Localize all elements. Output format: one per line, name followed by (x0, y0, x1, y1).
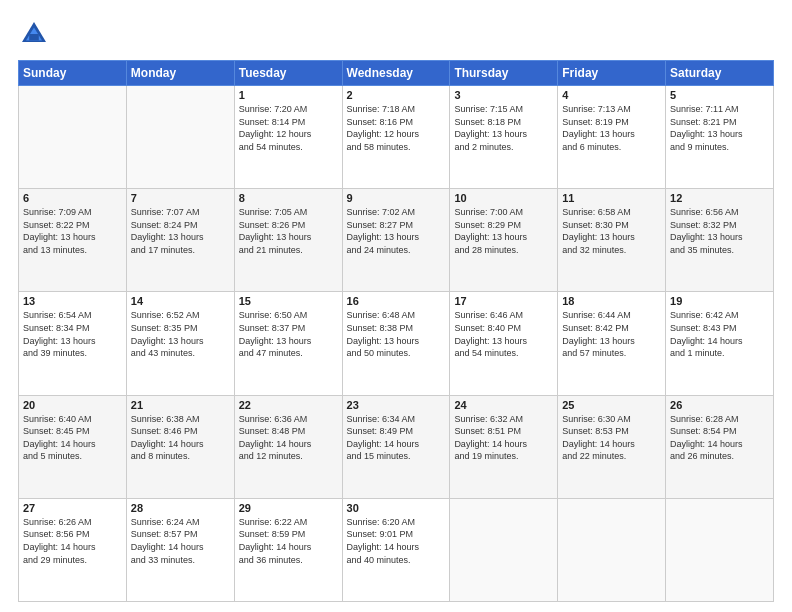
calendar-cell: 14Sunrise: 6:52 AM Sunset: 8:35 PM Dayli… (126, 292, 234, 395)
calendar-cell: 17Sunrise: 6:46 AM Sunset: 8:40 PM Dayli… (450, 292, 558, 395)
day-info: Sunrise: 6:54 AM Sunset: 8:34 PM Dayligh… (23, 309, 122, 359)
day-info: Sunrise: 6:26 AM Sunset: 8:56 PM Dayligh… (23, 516, 122, 566)
week-row-5: 27Sunrise: 6:26 AM Sunset: 8:56 PM Dayli… (19, 498, 774, 601)
day-number: 15 (239, 295, 338, 307)
day-info: Sunrise: 6:58 AM Sunset: 8:30 PM Dayligh… (562, 206, 661, 256)
day-info: Sunrise: 7:13 AM Sunset: 8:19 PM Dayligh… (562, 103, 661, 153)
week-row-3: 13Sunrise: 6:54 AM Sunset: 8:34 PM Dayli… (19, 292, 774, 395)
day-number: 4 (562, 89, 661, 101)
day-number: 8 (239, 192, 338, 204)
day-info: Sunrise: 7:20 AM Sunset: 8:14 PM Dayligh… (239, 103, 338, 153)
day-number: 16 (347, 295, 446, 307)
day-info: Sunrise: 6:50 AM Sunset: 8:37 PM Dayligh… (239, 309, 338, 359)
day-number: 2 (347, 89, 446, 101)
day-info: Sunrise: 6:32 AM Sunset: 8:51 PM Dayligh… (454, 413, 553, 463)
day-number: 29 (239, 502, 338, 514)
day-info: Sunrise: 6:20 AM Sunset: 9:01 PM Dayligh… (347, 516, 446, 566)
day-info: Sunrise: 7:00 AM Sunset: 8:29 PM Dayligh… (454, 206, 553, 256)
day-info: Sunrise: 6:40 AM Sunset: 8:45 PM Dayligh… (23, 413, 122, 463)
day-number: 22 (239, 399, 338, 411)
day-number: 5 (670, 89, 769, 101)
calendar-cell: 1Sunrise: 7:20 AM Sunset: 8:14 PM Daylig… (234, 86, 342, 189)
day-number: 23 (347, 399, 446, 411)
calendar-cell (666, 498, 774, 601)
day-number: 9 (347, 192, 446, 204)
calendar-cell: 24Sunrise: 6:32 AM Sunset: 8:51 PM Dayli… (450, 395, 558, 498)
day-number: 25 (562, 399, 661, 411)
day-info: Sunrise: 6:24 AM Sunset: 8:57 PM Dayligh… (131, 516, 230, 566)
day-info: Sunrise: 7:05 AM Sunset: 8:26 PM Dayligh… (239, 206, 338, 256)
header-row: SundayMondayTuesdayWednesdayThursdayFrid… (19, 61, 774, 86)
day-number: 24 (454, 399, 553, 411)
column-header-sunday: Sunday (19, 61, 127, 86)
calendar-cell: 16Sunrise: 6:48 AM Sunset: 8:38 PM Dayli… (342, 292, 450, 395)
calendar-cell (558, 498, 666, 601)
day-number: 14 (131, 295, 230, 307)
calendar-cell: 9Sunrise: 7:02 AM Sunset: 8:27 PM Daylig… (342, 189, 450, 292)
calendar-cell: 5Sunrise: 7:11 AM Sunset: 8:21 PM Daylig… (666, 86, 774, 189)
calendar-cell: 29Sunrise: 6:22 AM Sunset: 8:59 PM Dayli… (234, 498, 342, 601)
page: SundayMondayTuesdayWednesdayThursdayFrid… (0, 0, 792, 612)
calendar-cell: 3Sunrise: 7:15 AM Sunset: 8:18 PM Daylig… (450, 86, 558, 189)
day-info: Sunrise: 7:11 AM Sunset: 8:21 PM Dayligh… (670, 103, 769, 153)
calendar-cell: 4Sunrise: 7:13 AM Sunset: 8:19 PM Daylig… (558, 86, 666, 189)
day-number: 20 (23, 399, 122, 411)
day-number: 12 (670, 192, 769, 204)
day-info: Sunrise: 6:34 AM Sunset: 8:49 PM Dayligh… (347, 413, 446, 463)
column-header-friday: Friday (558, 61, 666, 86)
calendar-cell: 26Sunrise: 6:28 AM Sunset: 8:54 PM Dayli… (666, 395, 774, 498)
svg-rect-2 (29, 34, 39, 40)
calendar-cell: 10Sunrise: 7:00 AM Sunset: 8:29 PM Dayli… (450, 189, 558, 292)
day-info: Sunrise: 6:38 AM Sunset: 8:46 PM Dayligh… (131, 413, 230, 463)
header (18, 18, 774, 50)
day-number: 3 (454, 89, 553, 101)
day-number: 10 (454, 192, 553, 204)
calendar-cell: 30Sunrise: 6:20 AM Sunset: 9:01 PM Dayli… (342, 498, 450, 601)
calendar-cell: 22Sunrise: 6:36 AM Sunset: 8:48 PM Dayli… (234, 395, 342, 498)
calendar-cell: 18Sunrise: 6:44 AM Sunset: 8:42 PM Dayli… (558, 292, 666, 395)
day-info: Sunrise: 6:42 AM Sunset: 8:43 PM Dayligh… (670, 309, 769, 359)
day-number: 30 (347, 502, 446, 514)
day-info: Sunrise: 7:02 AM Sunset: 8:27 PM Dayligh… (347, 206, 446, 256)
calendar-cell: 6Sunrise: 7:09 AM Sunset: 8:22 PM Daylig… (19, 189, 127, 292)
calendar-cell: 20Sunrise: 6:40 AM Sunset: 8:45 PM Dayli… (19, 395, 127, 498)
column-header-wednesday: Wednesday (342, 61, 450, 86)
calendar-cell: 8Sunrise: 7:05 AM Sunset: 8:26 PM Daylig… (234, 189, 342, 292)
day-number: 17 (454, 295, 553, 307)
column-header-thursday: Thursday (450, 61, 558, 86)
calendar-cell: 28Sunrise: 6:24 AM Sunset: 8:57 PM Dayli… (126, 498, 234, 601)
day-info: Sunrise: 6:44 AM Sunset: 8:42 PM Dayligh… (562, 309, 661, 359)
day-info: Sunrise: 6:56 AM Sunset: 8:32 PM Dayligh… (670, 206, 769, 256)
column-header-saturday: Saturday (666, 61, 774, 86)
day-info: Sunrise: 6:36 AM Sunset: 8:48 PM Dayligh… (239, 413, 338, 463)
calendar-cell (19, 86, 127, 189)
calendar-cell: 15Sunrise: 6:50 AM Sunset: 8:37 PM Dayli… (234, 292, 342, 395)
calendar-cell: 25Sunrise: 6:30 AM Sunset: 8:53 PM Dayli… (558, 395, 666, 498)
calendar-cell: 2Sunrise: 7:18 AM Sunset: 8:16 PM Daylig… (342, 86, 450, 189)
day-info: Sunrise: 7:07 AM Sunset: 8:24 PM Dayligh… (131, 206, 230, 256)
day-info: Sunrise: 6:52 AM Sunset: 8:35 PM Dayligh… (131, 309, 230, 359)
calendar-cell: 23Sunrise: 6:34 AM Sunset: 8:49 PM Dayli… (342, 395, 450, 498)
day-info: Sunrise: 7:09 AM Sunset: 8:22 PM Dayligh… (23, 206, 122, 256)
calendar-cell (126, 86, 234, 189)
day-info: Sunrise: 6:22 AM Sunset: 8:59 PM Dayligh… (239, 516, 338, 566)
day-number: 26 (670, 399, 769, 411)
day-info: Sunrise: 6:30 AM Sunset: 8:53 PM Dayligh… (562, 413, 661, 463)
week-row-4: 20Sunrise: 6:40 AM Sunset: 8:45 PM Dayli… (19, 395, 774, 498)
day-number: 11 (562, 192, 661, 204)
calendar-cell: 27Sunrise: 6:26 AM Sunset: 8:56 PM Dayli… (19, 498, 127, 601)
day-info: Sunrise: 7:18 AM Sunset: 8:16 PM Dayligh… (347, 103, 446, 153)
day-info: Sunrise: 6:28 AM Sunset: 8:54 PM Dayligh… (670, 413, 769, 463)
day-number: 1 (239, 89, 338, 101)
day-number: 18 (562, 295, 661, 307)
calendar-table: SundayMondayTuesdayWednesdayThursdayFrid… (18, 60, 774, 602)
day-number: 21 (131, 399, 230, 411)
day-number: 7 (131, 192, 230, 204)
day-number: 6 (23, 192, 122, 204)
day-info: Sunrise: 6:48 AM Sunset: 8:38 PM Dayligh… (347, 309, 446, 359)
calendar-cell: 12Sunrise: 6:56 AM Sunset: 8:32 PM Dayli… (666, 189, 774, 292)
day-number: 13 (23, 295, 122, 307)
day-number: 28 (131, 502, 230, 514)
day-number: 19 (670, 295, 769, 307)
day-info: Sunrise: 6:46 AM Sunset: 8:40 PM Dayligh… (454, 309, 553, 359)
